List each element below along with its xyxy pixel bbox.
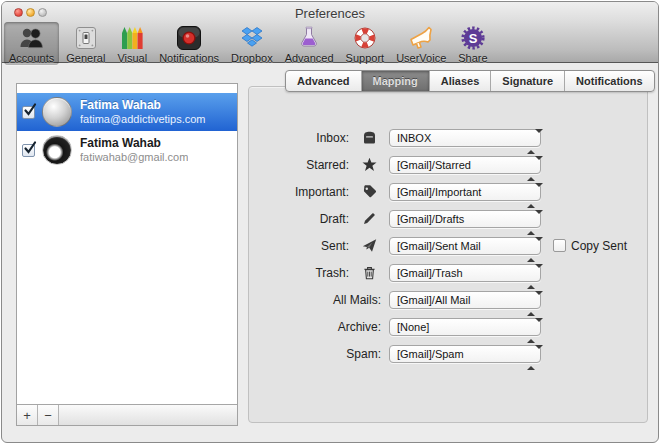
account-name: Fatima Wahab: [80, 98, 206, 113]
share-gear-icon: S: [460, 24, 486, 52]
toolbar-item-advanced[interactable]: Advanced: [280, 22, 339, 65]
toolbar-item-label: Visual: [117, 52, 147, 64]
toolbar-item-support[interactable]: Support: [341, 22, 390, 65]
stepper-arrows-icon: [527, 322, 535, 340]
account-email: fatima@addictivetips.com: [80, 113, 206, 126]
toolbar: Accounts General: [4, 22, 495, 65]
row-label: Important:: [249, 185, 349, 199]
stepper-arrows-icon: [527, 268, 535, 286]
stepper-arrows-icon: [527, 241, 535, 259]
row-label: Trash:: [249, 266, 349, 280]
titlebar-toolbar: Preferences Accounts: [2, 2, 658, 63]
preferences-window: Preferences Accounts: [1, 1, 659, 443]
mapping-row-starred: Starred: [Gmail]/Starred: [249, 151, 647, 178]
starred-folder-select[interactable]: [Gmail]/Starred: [389, 156, 541, 174]
inbox-icon: [349, 130, 389, 145]
mapping-row-sent: Sent: [Gmail]/Sent Mail Copy Sent: [249, 232, 647, 259]
toolbar-item-label: Accounts: [9, 52, 54, 64]
tag-icon: [349, 184, 389, 199]
inbox-folder-select[interactable]: INBOX: [389, 129, 541, 147]
notifications-icon: [176, 24, 202, 52]
tab-notifications[interactable]: Notifications: [565, 71, 654, 91]
lifebuoy-icon: [352, 24, 378, 52]
mapping-row-inbox: Inbox: INBOX: [249, 124, 647, 151]
toolbar-item-label: Support: [346, 52, 385, 64]
all-mails-folder-select[interactable]: [Gmail]/All Mail: [389, 291, 541, 309]
mapping-row-important: Important: [Gmail]/Important: [249, 178, 647, 205]
account-name: Fatima Wahab: [80, 136, 188, 151]
checkmark-icon: [23, 141, 39, 157]
mapping-form: Inbox: INBOX Starred: [Gmail]/Starr: [249, 124, 647, 367]
toolbar-item-label: Advanced: [285, 52, 334, 64]
tab-aliases[interactable]: Aliases: [430, 71, 492, 91]
star-icon: [349, 157, 389, 172]
toolbar-item-label: UserVoice: [396, 52, 446, 64]
stepper-arrows-icon: [527, 187, 535, 205]
account-enabled-checkbox[interactable]: [22, 144, 35, 157]
settings-tabs: Advanced Mapping Aliases Signature Notif…: [285, 70, 655, 92]
row-label: All Mails:: [249, 293, 381, 307]
stepper-arrows-icon: [527, 160, 535, 178]
trash-icon: [349, 265, 389, 280]
copy-sent-checkbox[interactable]: [553, 239, 566, 252]
archive-folder-select[interactable]: [None]: [389, 318, 541, 336]
stepper-arrows-icon: [527, 214, 535, 232]
accounts-list: Fatima Wahab fatima@addictivetips.com Fa…: [17, 84, 237, 404]
important-folder-select[interactable]: [Gmail]/Important: [389, 183, 541, 201]
spam-folder-select[interactable]: [Gmail]/Spam: [389, 345, 541, 363]
toolbar-item-uservoice[interactable]: UserVoice: [391, 22, 451, 65]
pencil-icon: [349, 211, 389, 226]
mapping-row-archive: Archive: [None]: [249, 313, 647, 340]
tab-advanced[interactable]: Advanced: [286, 71, 362, 91]
row-label: Spam:: [249, 347, 381, 361]
account-email: fatiwahab@gmail.com: [80, 151, 188, 164]
accounts-list-panel: Fatima Wahab fatima@addictivetips.com Fa…: [16, 83, 238, 426]
toolbar-item-dropbox[interactable]: Dropbox: [226, 22, 278, 65]
visual-icon: [119, 24, 145, 52]
remove-account-button[interactable]: −: [38, 405, 59, 425]
tab-signature[interactable]: Signature: [491, 71, 565, 91]
dropbox-icon: [239, 24, 265, 52]
toolbar-item-label: Share: [458, 52, 487, 64]
stepper-arrows-icon: [527, 349, 535, 367]
row-label: Draft:: [249, 212, 349, 226]
row-label: Starred:: [249, 158, 349, 172]
toolbar-item-notifications[interactable]: Notifications: [154, 22, 224, 65]
mapping-row-trash: Trash: [Gmail]/Trash: [249, 259, 647, 286]
window-title: Preferences: [2, 6, 658, 21]
list-footer-bar: + −: [17, 404, 237, 425]
tab-mapping[interactable]: Mapping: [362, 71, 430, 91]
megaphone-icon: [408, 24, 434, 52]
stepper-arrows-icon: [527, 133, 535, 151]
flask-icon: [296, 24, 322, 52]
accounts-icon: [18, 24, 45, 52]
account-enabled-checkbox[interactable]: [22, 106, 35, 119]
trash-folder-select[interactable]: [Gmail]/Trash: [389, 264, 541, 282]
paper-plane-icon: [349, 238, 389, 253]
toolbar-item-general[interactable]: General: [61, 22, 110, 65]
checkmark-icon: [23, 103, 39, 119]
toolbar-item-label: Notifications: [159, 52, 219, 64]
copy-sent-option: Copy Sent: [553, 239, 627, 253]
copy-sent-label: Copy Sent: [571, 239, 627, 253]
mapping-row-all-mails: All Mails: [Gmail]/All Mail: [249, 286, 647, 313]
mapping-row-spam: Spam: [Gmail]/Spam: [249, 340, 647, 367]
mapping-row-draft: Draft: [Gmail]/Drafts: [249, 205, 647, 232]
row-label: Inbox:: [249, 131, 349, 145]
toolbar-item-label: General: [66, 52, 105, 64]
toolbar-item-visual[interactable]: Visual: [112, 22, 152, 65]
account-row[interactable]: Fatima Wahab fatiwahab@gmail.com: [17, 131, 237, 169]
sent-folder-select[interactable]: [Gmail]/Sent Mail: [389, 237, 541, 255]
draft-folder-select[interactable]: [Gmail]/Drafts: [389, 210, 541, 228]
row-label: Sent:: [249, 239, 349, 253]
account-row[interactable]: Fatima Wahab fatima@addictivetips.com: [17, 93, 237, 131]
stepper-arrows-icon: [527, 295, 535, 313]
account-avatar: [42, 135, 72, 165]
toolbar-item-accounts[interactable]: Accounts: [4, 22, 59, 65]
account-avatar: [42, 97, 72, 127]
svg-text:S: S: [469, 31, 478, 46]
row-label: Archive:: [249, 320, 381, 334]
toolbar-item-label: Dropbox: [231, 52, 273, 64]
add-account-button[interactable]: +: [17, 405, 38, 425]
toolbar-item-share[interactable]: S Share: [453, 22, 492, 65]
